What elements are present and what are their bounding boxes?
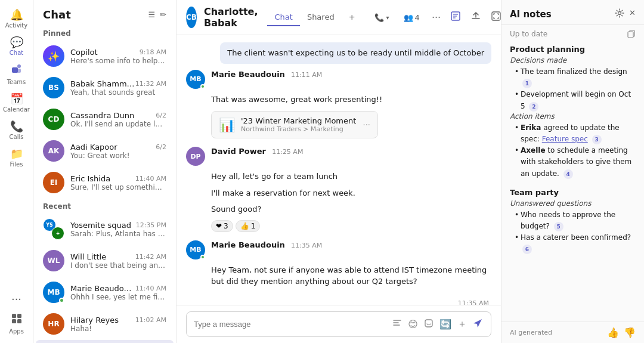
attach-icon[interactable]: ＋ bbox=[456, 317, 468, 332]
notes-icon[interactable] bbox=[448, 8, 463, 26]
loop-icon[interactable]: 🔄 bbox=[438, 317, 453, 331]
sidebar-actions: ☰ ✏️ bbox=[148, 10, 166, 19]
more-options-button[interactable]: ··· bbox=[429, 10, 443, 26]
eric-name: Eric Ishida bbox=[70, 174, 110, 183]
ai-panel-subtitle: Up to date bbox=[501, 25, 644, 42]
chat-item-will[interactable]: WL Will Little 11:42 AM I don't see that… bbox=[36, 245, 174, 276]
nav-item-teams[interactable]: Teams bbox=[0, 60, 33, 89]
nav-item-calls[interactable]: 📞 Calls bbox=[0, 116, 33, 144]
send-button[interactable] bbox=[472, 317, 484, 332]
yosemite-preview: Sarah: Plus, Atlanta has a growing tech … bbox=[70, 230, 166, 238]
ai-team-party-title: Team party bbox=[510, 188, 636, 197]
emoji-icon[interactable]: 😊 bbox=[407, 317, 419, 331]
ai-settings-icon[interactable] bbox=[615, 8, 624, 20]
messages-area: The client wasn't expecting us to be rea… bbox=[177, 35, 501, 305]
people-count: 4 bbox=[415, 13, 420, 22]
eric-preview: Sure, I'll set up something for next wee… bbox=[70, 183, 166, 191]
nav-item-more[interactable]: ··· bbox=[0, 289, 33, 309]
message-group-david: DP David Power 11:25 AM Hey all, let's g… bbox=[186, 147, 491, 232]
chat-item-marie[interactable]: MB Marie Beaudouin 11:40 AM Ohhh I see, … bbox=[36, 277, 174, 308]
aadi-time: 6/2 bbox=[156, 143, 166, 151]
nav-item-calendar[interactable]: 📅 Calendar bbox=[0, 89, 33, 116]
svg-rect-11 bbox=[492, 12, 500, 20]
tab-chat[interactable]: Chat bbox=[267, 9, 299, 26]
sidebar-header: Chat ☰ ✏️ bbox=[33, 0, 176, 26]
marie-avatar: MB bbox=[43, 282, 64, 303]
file-more-options[interactable]: ··· bbox=[363, 120, 370, 129]
reaction-thumbs-up[interactable]: 👍 1 bbox=[236, 220, 261, 232]
file-path: Northwind Traders > Marketing bbox=[241, 125, 356, 133]
pinned-label: Pinned bbox=[33, 26, 176, 40]
file-card[interactable]: 📊 '23 Winter Marketing Moment Northwind … bbox=[211, 111, 378, 138]
more-icon: ··· bbox=[11, 293, 21, 305]
new-chat-icon[interactable]: ✏️ bbox=[160, 10, 166, 19]
ai-copy-icon[interactable] bbox=[627, 30, 636, 40]
header-tabs: Chat Shared + bbox=[267, 9, 362, 26]
apps-icon bbox=[11, 313, 23, 327]
nav-item-activity[interactable]: 🔔 Activity bbox=[0, 5, 33, 32]
tab-shared[interactable]: Shared bbox=[300, 9, 342, 26]
thumbs-down-button[interactable]: 👎 bbox=[624, 327, 636, 338]
phone-icon: 📞 bbox=[374, 13, 384, 22]
copilot-preview: Here's some info to help you prep for yo… bbox=[70, 57, 166, 65]
david-reactions: ❤️ 3 👍 1 bbox=[211, 220, 491, 232]
teams-icon bbox=[11, 63, 23, 78]
thumbs-up-button[interactable]: 👍 bbox=[607, 327, 619, 338]
marie-preview: Ohhh I see, yes let me fix that! bbox=[70, 293, 166, 301]
message-input[interactable] bbox=[194, 320, 386, 329]
david-msg-avatar: DP bbox=[186, 147, 205, 166]
chat-contact-name-wrap: Charlotte, Babak bbox=[204, 6, 258, 29]
hilary-avatar: HR bbox=[43, 313, 64, 335]
self-msg-time-2: 11:35 AM bbox=[186, 298, 491, 305]
ai-action-items-label: Action items bbox=[510, 112, 636, 120]
ai-panel-actions: ✕ bbox=[615, 8, 636, 20]
svg-rect-5 bbox=[12, 319, 16, 323]
chat-header: CB Charlotte, Babak Chat Shared + 📞 ▾ 👥 … bbox=[177, 0, 501, 35]
ai-generated-label: AI generated bbox=[510, 329, 552, 336]
marie-msg-text: That was awesome, great work presenting!… bbox=[211, 91, 491, 108]
call-button[interactable]: 📞 ▾ bbox=[370, 11, 394, 24]
chat-item-aadi[interactable]: AK Aadi Kapoor 6/2 You: Great work! bbox=[36, 135, 174, 166]
marie-sender-name: Marie Beaudouin bbox=[211, 70, 285, 79]
hilary-preview: Haha! bbox=[70, 325, 166, 333]
recent-label: Recent bbox=[33, 199, 176, 213]
tab-add[interactable]: + bbox=[342, 9, 363, 26]
nav-item-chat[interactable]: 💬 Chat bbox=[0, 32, 33, 60]
marie-msg-time: 11:11 AM bbox=[291, 71, 322, 79]
ai-notes-panel: AI notes ✕ Up to date Product planning D… bbox=[501, 0, 644, 343]
eric-avatar: EI bbox=[43, 172, 64, 193]
ai-badge-4: 4 bbox=[564, 169, 573, 179]
will-chat-info: Will Little 11:42 AM I don't see that be… bbox=[70, 252, 166, 270]
input-icons: 😊 🔄 ＋ bbox=[391, 317, 484, 332]
file-pptx-icon: 📊 bbox=[219, 118, 235, 132]
ai-unanswered-label: Unanswered questions bbox=[510, 199, 636, 208]
chat-item-copilot[interactable]: ✨ Copilot 9:18 AM Here's some info to he… bbox=[36, 41, 174, 72]
chat-item-charlotte-babak[interactable]: CB B Charlotte and Babak 10:48 AM Charlo… bbox=[36, 340, 174, 343]
chat-main: CB Charlotte, Babak Chat Shared + 📞 ▾ 👥 … bbox=[177, 0, 501, 343]
david-msg-time: 11:25 AM bbox=[272, 148, 303, 156]
marie-chat-info: Marie Beaudouin 11:40 AM Ohhh I see, yes… bbox=[70, 284, 166, 301]
sticker-icon[interactable] bbox=[423, 317, 435, 332]
chat-item-yosemite[interactable]: YS + Yosemite squad 12:35 PM Sarah: Plus… bbox=[36, 214, 174, 245]
format-icon[interactable] bbox=[391, 317, 403, 332]
marie-msg-avatar-2: MB bbox=[186, 240, 205, 259]
feature-spec-link[interactable]: Feature spec bbox=[542, 135, 588, 143]
nav-item-apps[interactable]: Apps bbox=[0, 309, 33, 338]
reaction-heart[interactable]: ❤️ 3 bbox=[211, 220, 233, 232]
filter-icon[interactable]: ☰ bbox=[148, 10, 155, 19]
people-icon: 👥 bbox=[404, 13, 413, 22]
chat-item-hilary[interactable]: HR Hilary Reyes 11:02 AM Haha! bbox=[36, 308, 174, 339]
chat-item-eric[interactable]: EI Eric Ishida 11:40 AM Sure, I'll set u… bbox=[36, 167, 174, 198]
share-icon[interactable] bbox=[468, 8, 484, 26]
chat-item-cassandra[interactable]: CD Cassandra Dunn 6/2 Ok. I'll send an u… bbox=[36, 104, 174, 135]
call-dropdown-icon: ▾ bbox=[386, 14, 389, 21]
people-button[interactable]: 👥 4 bbox=[399, 11, 425, 24]
chat-item-babak[interactable]: BS Babak Shammas 11:32 AM Yeah, that sou… bbox=[36, 72, 174, 103]
ai-decisions-list: The team finalized the design 1 Developm… bbox=[510, 66, 636, 112]
sidebar-title: Chat bbox=[43, 8, 71, 21]
nav-item-files[interactable]: 📁 Files bbox=[0, 144, 33, 171]
ai-content: Product planning Decisions made The team… bbox=[501, 42, 644, 322]
ai-footer-actions: 👍 👎 bbox=[607, 327, 636, 338]
ai-close-icon[interactable]: ✕ bbox=[629, 8, 636, 20]
activity-icon: 🔔 bbox=[10, 8, 23, 21]
